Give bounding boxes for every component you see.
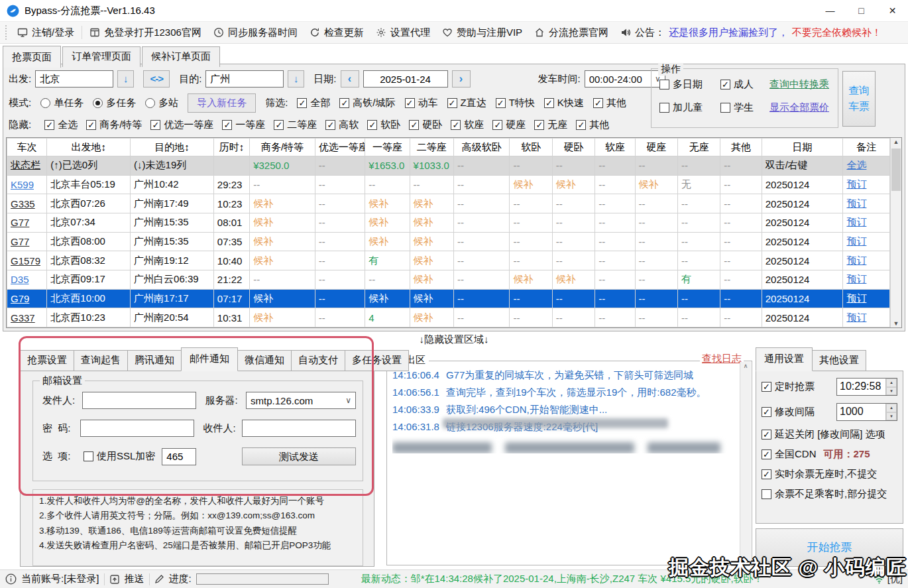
column-header[interactable]: 备注 [843,139,890,156]
column-header[interactable]: 商务/特等 [250,139,315,156]
hide-checkbox-11[interactable]: ✓其他 [576,119,609,131]
filter-checkbox-3[interactable]: ✓Z直达 [447,97,486,109]
column-header[interactable]: 其他 [720,139,762,156]
train-code-link[interactable]: K599 [7,175,47,194]
hide-checkbox-2[interactable]: ✓优选一等座 [150,119,213,131]
column-header[interactable]: 优选一等座 [315,139,365,156]
toolbar-item-6[interactable]: 分流抢票官网 [528,27,614,39]
show-all-price-link[interactable]: 显示全部票价 [769,101,832,114]
swap-stations-button[interactable]: <-> [143,70,170,88]
query-tickets-button[interactable]: 查询车票 [842,71,876,127]
reserve-link[interactable]: 预订 [843,213,890,232]
cdn-checkbox[interactable]: ✓ 全国CDN [762,448,817,461]
filter-checkbox-2[interactable]: ✓动车 [405,97,438,109]
child-checkbox[interactable]: 加儿童 [659,101,720,114]
toolbar-item-3[interactable]: 检查更新 [304,27,370,39]
spin-up-icon[interactable]: ▲ [886,379,897,387]
table-row[interactable]: D35北京西09:17广州白云06:3921:22------候补--候补候补-… [7,270,890,289]
column-header[interactable]: 日期 [762,139,843,156]
hide-checkbox-7[interactable]: ✓硬卧 [409,119,442,131]
table-row[interactable]: K599北京丰台05:19广州10:4229:23----------候补候补-… [7,175,890,194]
hide-checkbox-10[interactable]: ✓无座 [534,119,567,131]
reserve-link[interactable]: 预订 [843,175,890,194]
column-header[interactable]: 硬卧 [552,139,595,156]
find-log-link[interactable]: 查找日志 [700,353,744,365]
delay-close-checkbox[interactable]: ✓ 延迟关闭 [修改间隔] 选项 [762,428,885,441]
hide-checkbox-6[interactable]: ✓软卧 [367,119,400,131]
email-tab-0[interactable]: 抢票设置 [20,350,74,371]
reserve-link[interactable]: 预订 [843,289,890,308]
train-code-link[interactable]: G335 [7,194,47,213]
sender-input[interactable] [82,392,196,409]
reserve-link[interactable]: 预订 [843,270,890,289]
maximize-button[interactable]: □ [846,0,877,21]
output-scrollbar[interactable]: ∧ ∨ [740,362,751,564]
email-tab-5[interactable]: 自动支付 [291,350,345,371]
to-input[interactable] [205,70,284,88]
mode-radio-1[interactable]: 多任务 [93,97,136,109]
reserve-link[interactable]: 预订 [843,232,890,251]
hide-checkbox-3[interactable]: ✓一等座 [222,119,265,131]
hide-checkbox-0[interactable]: ✓全选 [44,119,78,131]
hide-checkbox-4[interactable]: ✓二等座 [274,119,317,131]
settings-tab-0[interactable]: 通用设置 [756,347,813,371]
partial-submit-checkbox[interactable]: 余票不足乘客时,部分提交 [762,488,887,500]
no-seat-checkbox[interactable]: ✓ 实时余票无座时,不提交 [762,468,877,481]
next-day-button[interactable]: › [452,70,471,88]
scroll-up-icon[interactable]: ▲ [891,139,901,145]
minimize-button[interactable]: — [815,0,846,21]
page-tab-0[interactable]: 抢票页面 [3,46,61,68]
spin-up-icon[interactable]: ▲ [886,404,897,412]
table-row[interactable]: G337北京西10:23广州南20:5410:31候补--4候补--------… [7,308,890,327]
reserve-link[interactable]: 预订 [843,194,890,213]
filter-checkbox-5[interactable]: ✓K快速 [544,97,584,109]
toolbar-item-4[interactable]: 设置代理 [370,27,436,39]
reserve-link[interactable]: 预订 [843,251,890,270]
hide-checkbox-5[interactable]: ✓高软 [325,119,359,131]
train-code-link[interactable]: D35 [7,270,47,289]
interval-checkbox[interactable]: ✓ 修改间隔 [762,406,815,418]
mode-radio-0[interactable]: 单任务 [40,97,84,109]
filter-checkbox-6[interactable]: ✓其他 [593,97,626,109]
email-tab-1[interactable]: 查询起售 [74,350,128,371]
filter-checkbox-0[interactable]: ✓全部 [297,97,330,109]
train-code-link[interactable]: G1579 [7,251,47,270]
column-header[interactable]: 历时↕ [213,139,249,156]
toolbar-item-1[interactable]: 免登录打开12306官网 [84,27,207,39]
email-tab-6[interactable]: 多任务设置 [345,350,409,371]
toolbar-item-0[interactable]: 注销/登录 [11,27,80,39]
test-send-button[interactable]: 测试发送 [242,447,356,465]
prev-day-button[interactable]: ‹ [341,70,359,88]
timed-grab-checkbox[interactable]: ✓ 定时抢票 [762,381,815,393]
email-tab-2[interactable]: 腾讯通知 [127,350,182,371]
filter-checkbox-4[interactable]: ✓T特快 [496,97,535,109]
page-tab-1[interactable]: 订单管理页面 [62,46,141,67]
table-row[interactable]: G77北京西08:00广州南15:3507:35候补--候补候补--------… [7,232,890,251]
scroll-down-icon[interactable]: ▼ [891,320,901,327]
timer-spinner[interactable]: 10:29:58 ▲▼ [836,378,897,396]
hide-checkbox-8[interactable]: ✓软座 [451,119,484,131]
select-all-link[interactable]: 全选 [843,156,890,176]
column-header[interactable]: 一等座 [365,139,410,156]
column-header[interactable]: 无座 [677,139,720,156]
table-scrollbar[interactable]: ▲ ▼ [890,138,901,327]
reserve-link[interactable]: 预订 [843,308,890,327]
email-tab-4[interactable]: 微信通知 [237,350,292,371]
start-grab-button[interactable]: 开始抢票 [756,528,903,567]
close-button[interactable]: ✕ [877,0,908,21]
transfer-query-link[interactable]: 查询中转换乘 [769,78,832,91]
ssl-checkbox[interactable]: 使用SSL加密 [84,450,155,463]
recipient-input[interactable] [242,420,356,437]
table-row[interactable]: G79北京西10:00广州南17:1707:17候补--候补候补--------… [7,289,890,308]
column-header[interactable]: 二等座 [410,139,453,156]
spin-down-icon[interactable]: ▼ [886,412,897,421]
train-code-link[interactable]: G337 [7,308,47,327]
from-input[interactable] [35,70,113,88]
column-header[interactable]: 硬座 [635,139,677,156]
scroll-down-icon[interactable]: ∨ [740,557,751,563]
scroll-thumb[interactable] [891,148,901,191]
train-code-link[interactable]: G77 [7,213,47,232]
train-code-link[interactable]: G77 [7,232,47,251]
scroll-up-icon[interactable]: ∧ [740,363,751,369]
adult-checkbox[interactable]: ✓成人 [720,78,769,91]
